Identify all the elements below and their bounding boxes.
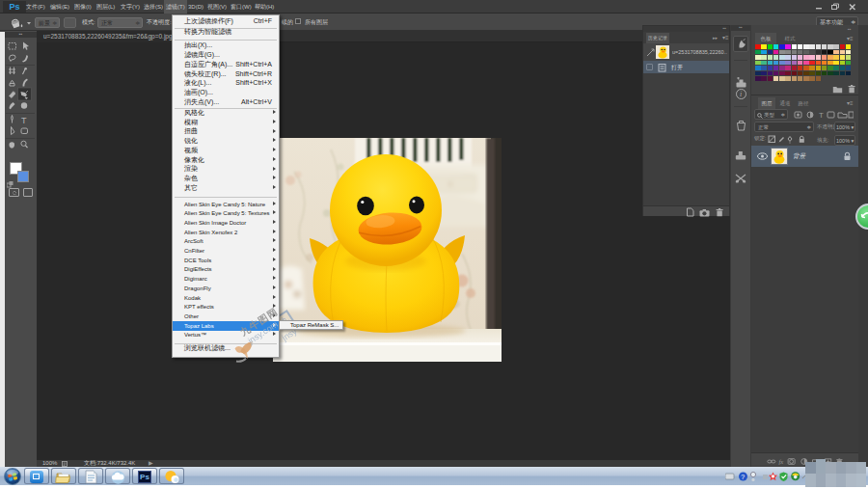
svg-text:?: ? bbox=[741, 474, 745, 480]
svg-text:T: T bbox=[819, 111, 824, 119]
svg-text:T: T bbox=[21, 116, 27, 125]
svg-text:fx: fx bbox=[779, 458, 784, 465]
